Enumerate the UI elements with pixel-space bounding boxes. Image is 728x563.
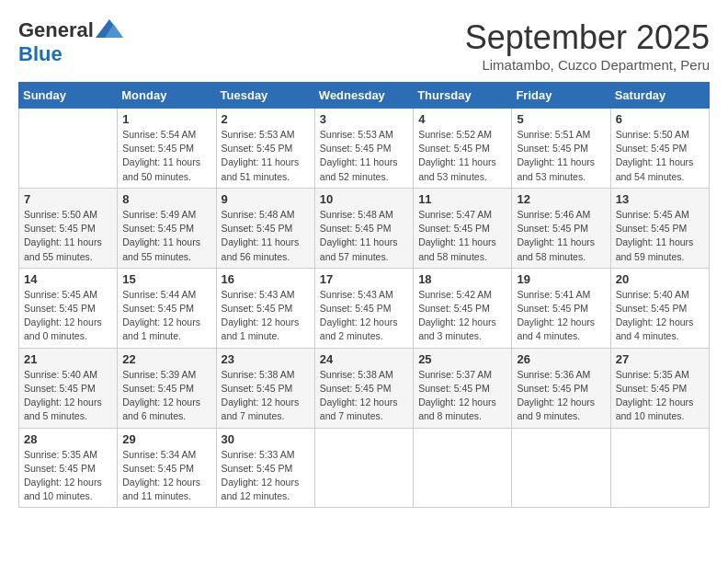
day-info: Sunrise: 5:40 AM Sunset: 5:45 PM Dayligh… [24,368,112,424]
day-info: Sunrise: 5:53 AM Sunset: 5:45 PM Dayligh… [222,128,310,184]
weekday-header-thursday: Thursday [414,83,512,109]
month-title: September 2025 [465,18,710,57]
calendar-cell: 6Sunrise: 5:50 AM Sunset: 5:45 PM Daylig… [610,109,709,189]
day-info: Sunrise: 5:42 AM Sunset: 5:45 PM Dayligh… [418,288,506,344]
week-row-1: 1Sunrise: 5:54 AM Sunset: 5:45 PM Daylig… [19,109,710,189]
day-number: 5 [517,112,605,126]
location-subtitle: Limatambo, Cuzco Department, Peru [465,57,710,73]
logo-icon [96,19,123,38]
day-number: 29 [122,432,210,446]
day-number: 24 [320,352,408,366]
day-number: 27 [616,352,704,366]
day-info: Sunrise: 5:41 AM Sunset: 5:45 PM Dayligh… [517,288,605,344]
calendar-cell: 13Sunrise: 5:45 AM Sunset: 5:45 PM Dayli… [610,188,709,268]
calendar-cell: 7Sunrise: 5:50 AM Sunset: 5:45 PM Daylig… [19,188,118,268]
day-info: Sunrise: 5:45 AM Sunset: 5:45 PM Dayligh… [24,288,112,344]
calendar-cell: 26Sunrise: 5:36 AM Sunset: 5:45 PM Dayli… [512,348,610,428]
logo: General Blue [18,18,123,66]
day-info: Sunrise: 5:54 AM Sunset: 5:45 PM Dayligh… [122,128,210,184]
calendar-cell: 12Sunrise: 5:46 AM Sunset: 5:45 PM Dayli… [512,188,610,268]
calendar-cell: 29Sunrise: 5:34 AM Sunset: 5:45 PM Dayli… [118,428,216,508]
weekday-header-sunday: Sunday [19,83,118,109]
week-row-5: 28Sunrise: 5:35 AM Sunset: 5:45 PM Dayli… [19,428,710,508]
day-number: 18 [418,272,506,286]
calendar-cell: 11Sunrise: 5:47 AM Sunset: 5:45 PM Dayli… [414,188,512,268]
day-info: Sunrise: 5:48 AM Sunset: 5:45 PM Dayligh… [320,208,408,264]
day-number: 9 [222,192,310,206]
day-number: 4 [418,112,506,126]
day-info: Sunrise: 5:35 AM Sunset: 5:45 PM Dayligh… [616,368,704,424]
weekday-header-saturday: Saturday [610,83,709,109]
day-number: 19 [517,272,605,286]
day-number: 23 [222,352,310,366]
calendar-cell: 20Sunrise: 5:40 AM Sunset: 5:45 PM Dayli… [610,268,709,348]
day-number: 21 [24,352,112,366]
week-row-3: 14Sunrise: 5:45 AM Sunset: 5:45 PM Dayli… [19,268,710,348]
calendar-cell: 25Sunrise: 5:37 AM Sunset: 5:45 PM Dayli… [414,348,512,428]
day-info: Sunrise: 5:45 AM Sunset: 5:45 PM Dayligh… [616,208,704,264]
calendar-cell: 30Sunrise: 5:33 AM Sunset: 5:45 PM Dayli… [216,428,314,508]
header-row: SundayMondayTuesdayWednesdayThursdayFrid… [19,83,710,109]
logo-blue-text: Blue [18,42,63,66]
week-row-2: 7Sunrise: 5:50 AM Sunset: 5:45 PM Daylig… [19,188,710,268]
logo-general-text: General [18,18,94,42]
weekday-header-friday: Friday [512,83,610,109]
calendar-cell: 18Sunrise: 5:42 AM Sunset: 5:45 PM Dayli… [414,268,512,348]
calendar-cell: 3Sunrise: 5:53 AM Sunset: 5:45 PM Daylig… [314,109,413,189]
day-info: Sunrise: 5:38 AM Sunset: 5:45 PM Dayligh… [222,368,310,424]
calendar-cell [512,428,610,508]
day-info: Sunrise: 5:44 AM Sunset: 5:45 PM Dayligh… [122,288,210,344]
day-number: 17 [320,272,408,286]
day-info: Sunrise: 5:51 AM Sunset: 5:45 PM Dayligh… [517,128,605,184]
calendar-cell [610,428,709,508]
calendar-cell: 10Sunrise: 5:48 AM Sunset: 5:45 PM Dayli… [314,188,413,268]
day-number: 7 [24,192,112,206]
day-info: Sunrise: 5:40 AM Sunset: 5:45 PM Dayligh… [616,288,704,344]
day-info: Sunrise: 5:50 AM Sunset: 5:45 PM Dayligh… [616,128,704,184]
weekday-header-monday: Monday [118,83,216,109]
day-number: 12 [517,192,605,206]
day-info: Sunrise: 5:52 AM Sunset: 5:45 PM Dayligh… [418,128,506,184]
weekday-header-wednesday: Wednesday [314,83,413,109]
day-number: 25 [418,352,506,366]
day-info: Sunrise: 5:39 AM Sunset: 5:45 PM Dayligh… [122,368,210,424]
header: General Blue September 2025 Limatambo, C… [18,18,710,73]
day-number: 1 [122,112,210,126]
day-number: 16 [222,272,310,286]
day-number: 10 [320,192,408,206]
day-info: Sunrise: 5:47 AM Sunset: 5:45 PM Dayligh… [418,208,506,264]
calendar-cell: 2Sunrise: 5:53 AM Sunset: 5:45 PM Daylig… [216,109,314,189]
weekday-header-tuesday: Tuesday [216,83,314,109]
day-number: 14 [24,272,112,286]
day-info: Sunrise: 5:43 AM Sunset: 5:45 PM Dayligh… [320,288,408,344]
calendar-cell: 19Sunrise: 5:41 AM Sunset: 5:45 PM Dayli… [512,268,610,348]
calendar-cell [414,428,512,508]
calendar-table: SundayMondayTuesdayWednesdayThursdayFrid… [18,82,710,508]
day-number: 28 [24,432,112,446]
calendar-cell: 23Sunrise: 5:38 AM Sunset: 5:45 PM Dayli… [216,348,314,428]
calendar-cell: 27Sunrise: 5:35 AM Sunset: 5:45 PM Dayli… [610,348,709,428]
calendar-cell: 9Sunrise: 5:48 AM Sunset: 5:45 PM Daylig… [216,188,314,268]
day-info: Sunrise: 5:43 AM Sunset: 5:45 PM Dayligh… [222,288,310,344]
day-info: Sunrise: 5:48 AM Sunset: 5:45 PM Dayligh… [222,208,310,264]
day-info: Sunrise: 5:50 AM Sunset: 5:45 PM Dayligh… [24,208,112,264]
day-number: 8 [122,192,210,206]
calendar-cell: 28Sunrise: 5:35 AM Sunset: 5:45 PM Dayli… [19,428,118,508]
day-info: Sunrise: 5:49 AM Sunset: 5:45 PM Dayligh… [122,208,210,264]
title-area: September 2025 Limatambo, Cuzco Departme… [465,18,710,73]
day-number: 11 [418,192,506,206]
calendar-cell: 24Sunrise: 5:38 AM Sunset: 5:45 PM Dayli… [314,348,413,428]
calendar-cell: 8Sunrise: 5:49 AM Sunset: 5:45 PM Daylig… [118,188,216,268]
day-info: Sunrise: 5:46 AM Sunset: 5:45 PM Dayligh… [517,208,605,264]
calendar-cell: 1Sunrise: 5:54 AM Sunset: 5:45 PM Daylig… [118,109,216,189]
day-info: Sunrise: 5:33 AM Sunset: 5:45 PM Dayligh… [222,448,310,504]
calendar-cell: 17Sunrise: 5:43 AM Sunset: 5:45 PM Dayli… [314,268,413,348]
calendar-cell: 15Sunrise: 5:44 AM Sunset: 5:45 PM Dayli… [118,268,216,348]
calendar-cell: 4Sunrise: 5:52 AM Sunset: 5:45 PM Daylig… [414,109,512,189]
day-info: Sunrise: 5:34 AM Sunset: 5:45 PM Dayligh… [122,448,210,504]
calendar-cell [314,428,413,508]
day-info: Sunrise: 5:37 AM Sunset: 5:45 PM Dayligh… [418,368,506,424]
day-info: Sunrise: 5:35 AM Sunset: 5:45 PM Dayligh… [24,448,112,504]
day-info: Sunrise: 5:38 AM Sunset: 5:45 PM Dayligh… [320,368,408,424]
week-row-4: 21Sunrise: 5:40 AM Sunset: 5:45 PM Dayli… [19,348,710,428]
